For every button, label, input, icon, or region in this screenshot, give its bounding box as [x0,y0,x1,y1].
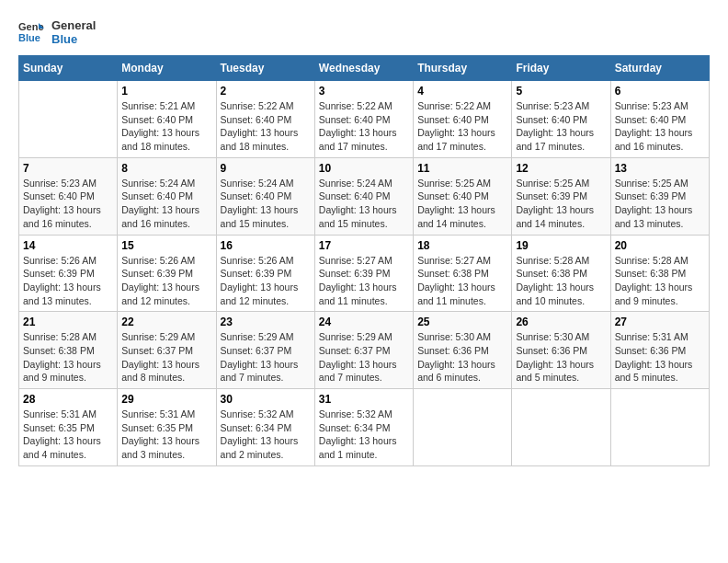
calendar-cell [610,389,709,466]
day-number: 30 [221,393,311,406]
calendar-cell: 23Sunrise: 5:29 AM Sunset: 6:37 PM Dayli… [216,312,314,389]
day-number: 20 [615,239,705,252]
calendar-cell: 17Sunrise: 5:27 AM Sunset: 6:39 PM Dayli… [314,235,413,312]
calendar-cell: 12Sunrise: 5:25 AM Sunset: 6:39 PM Dayli… [512,157,610,235]
calendar-header: SundayMondayTuesdayWednesdayThursdayFrid… [19,56,710,81]
day-number: 27 [615,316,705,328]
calendar-cell: 16Sunrise: 5:26 AM Sunset: 6:39 PM Dayli… [216,235,314,312]
weekday-sunday: Sunday [19,56,118,81]
calendar-cell: 4Sunrise: 5:22 AM Sunset: 6:40 PM Daylig… [414,81,512,158]
day-detail: Sunrise: 5:32 AM Sunset: 6:34 PM Dayligh… [319,408,409,462]
calendar-cell: 21Sunrise: 5:28 AM Sunset: 6:38 PM Dayli… [19,312,118,389]
day-detail: Sunrise: 5:28 AM Sunset: 6:38 PM Dayligh… [23,330,113,385]
calendar-cell: 18Sunrise: 5:27 AM Sunset: 6:38 PM Dayli… [414,235,512,312]
day-detail: Sunrise: 5:24 AM Sunset: 6:40 PM Dayligh… [319,177,409,231]
day-detail: Sunrise: 5:22 AM Sunset: 6:40 PM Dayligh… [221,99,311,154]
day-detail: Sunrise: 5:26 AM Sunset: 6:39 PM Dayligh… [221,254,311,308]
day-detail: Sunrise: 5:29 AM Sunset: 6:37 PM Dayligh… [319,330,409,385]
day-number: 9 [221,162,311,175]
calendar-cell: 31Sunrise: 5:32 AM Sunset: 6:34 PM Dayli… [314,389,413,466]
calendar-cell: 29Sunrise: 5:31 AM Sunset: 6:35 PM Dayli… [118,389,216,466]
day-detail: Sunrise: 5:30 AM Sunset: 6:36 PM Dayligh… [417,330,507,385]
calendar-week-5: 28Sunrise: 5:31 AM Sunset: 6:35 PM Dayli… [19,389,710,466]
calendar-cell: 11Sunrise: 5:25 AM Sunset: 6:40 PM Dayli… [414,157,512,235]
calendar-table: SundayMondayTuesdayWednesdayThursdayFrid… [18,55,710,466]
day-number: 11 [417,162,507,175]
day-detail: Sunrise: 5:26 AM Sunset: 6:39 PM Dayligh… [121,254,211,308]
logo: General Blue General Blue [18,18,96,46]
day-detail: Sunrise: 5:25 AM Sunset: 6:39 PM Dayligh… [615,177,705,231]
day-number: 7 [23,162,113,175]
calendar-cell: 30Sunrise: 5:32 AM Sunset: 6:34 PM Dayli… [216,389,314,466]
calendar-cell [414,389,512,466]
calendar-cell: 7Sunrise: 5:23 AM Sunset: 6:40 PM Daylig… [19,157,118,235]
calendar-cell: 9Sunrise: 5:24 AM Sunset: 6:40 PM Daylig… [216,157,314,235]
day-number: 19 [516,239,606,252]
svg-text:Blue: Blue [18,32,40,43]
calendar-cell: 19Sunrise: 5:28 AM Sunset: 6:38 PM Dayli… [512,235,610,312]
logo-line1: General [51,18,96,32]
day-number: 16 [221,239,311,252]
calendar-body: 1Sunrise: 5:21 AM Sunset: 6:40 PM Daylig… [19,81,710,466]
day-detail: Sunrise: 5:23 AM Sunset: 6:40 PM Dayligh… [23,177,113,231]
day-detail: Sunrise: 5:26 AM Sunset: 6:39 PM Dayligh… [23,254,113,308]
day-number: 2 [221,85,311,98]
day-detail: Sunrise: 5:23 AM Sunset: 6:40 PM Dayligh… [516,99,606,154]
day-number: 21 [23,316,113,328]
day-detail: Sunrise: 5:31 AM Sunset: 6:35 PM Dayligh… [121,408,211,462]
day-number: 12 [516,162,606,175]
calendar-cell: 14Sunrise: 5:26 AM Sunset: 6:39 PM Dayli… [19,235,118,312]
day-detail: Sunrise: 5:22 AM Sunset: 6:40 PM Dayligh… [319,99,409,154]
day-number: 24 [319,316,409,328]
weekday-wednesday: Wednesday [314,56,413,81]
calendar-cell: 10Sunrise: 5:24 AM Sunset: 6:40 PM Dayli… [314,157,413,235]
calendar-cell: 25Sunrise: 5:30 AM Sunset: 6:36 PM Dayli… [414,312,512,389]
day-number: 1 [121,85,211,98]
day-detail: Sunrise: 5:27 AM Sunset: 6:38 PM Dayligh… [417,254,507,308]
calendar-cell: 13Sunrise: 5:25 AM Sunset: 6:39 PM Dayli… [610,157,709,235]
calendar-cell: 22Sunrise: 5:29 AM Sunset: 6:37 PM Dayli… [118,312,216,389]
day-number: 28 [23,393,113,406]
calendar-cell: 5Sunrise: 5:23 AM Sunset: 6:40 PM Daylig… [512,81,610,158]
day-number: 25 [417,316,507,328]
day-detail: Sunrise: 5:25 AM Sunset: 6:39 PM Dayligh… [516,177,606,231]
day-detail: Sunrise: 5:29 AM Sunset: 6:37 PM Dayligh… [221,330,311,385]
weekday-thursday: Thursday [414,56,512,81]
calendar-cell: 2Sunrise: 5:22 AM Sunset: 6:40 PM Daylig… [216,81,314,158]
calendar-cell: 26Sunrise: 5:30 AM Sunset: 6:36 PM Dayli… [512,312,610,389]
day-detail: Sunrise: 5:31 AM Sunset: 6:35 PM Dayligh… [23,408,113,462]
day-number: 13 [615,162,705,175]
day-number: 3 [319,85,409,98]
calendar-week-1: 1Sunrise: 5:21 AM Sunset: 6:40 PM Daylig… [19,81,710,158]
calendar-cell [512,389,610,466]
calendar-week-3: 14Sunrise: 5:26 AM Sunset: 6:39 PM Dayli… [19,235,710,312]
day-detail: Sunrise: 5:28 AM Sunset: 6:38 PM Dayligh… [615,254,705,308]
day-detail: Sunrise: 5:25 AM Sunset: 6:40 PM Dayligh… [417,177,507,231]
calendar-cell: 8Sunrise: 5:24 AM Sunset: 6:40 PM Daylig… [118,157,216,235]
day-number: 14 [23,239,113,252]
day-number: 29 [121,393,211,406]
day-detail: Sunrise: 5:24 AM Sunset: 6:40 PM Dayligh… [121,177,211,231]
calendar-cell: 1Sunrise: 5:21 AM Sunset: 6:40 PM Daylig… [118,81,216,158]
day-number: 10 [319,162,409,175]
day-detail: Sunrise: 5:23 AM Sunset: 6:40 PM Dayligh… [615,99,705,154]
page-header: General Blue General Blue [18,18,710,46]
day-number: 15 [121,239,211,252]
weekday-friday: Friday [512,56,610,81]
calendar-cell [19,81,118,158]
day-number: 17 [319,239,409,252]
day-number: 5 [516,85,606,98]
logo-icon: General Blue [18,19,44,45]
calendar-cell: 6Sunrise: 5:23 AM Sunset: 6:40 PM Daylig… [610,81,709,158]
day-detail: Sunrise: 5:27 AM Sunset: 6:39 PM Dayligh… [319,254,409,308]
calendar-cell: 27Sunrise: 5:31 AM Sunset: 6:36 PM Dayli… [610,312,709,389]
day-number: 6 [615,85,705,98]
day-number: 23 [221,316,311,328]
day-detail: Sunrise: 5:28 AM Sunset: 6:38 PM Dayligh… [516,254,606,308]
weekday-saturday: Saturday [610,56,709,81]
day-number: 8 [121,162,211,175]
day-number: 18 [417,239,507,252]
calendar-cell: 20Sunrise: 5:28 AM Sunset: 6:38 PM Dayli… [610,235,709,312]
day-detail: Sunrise: 5:30 AM Sunset: 6:36 PM Dayligh… [516,330,606,385]
calendar-cell: 3Sunrise: 5:22 AM Sunset: 6:40 PM Daylig… [314,81,413,158]
